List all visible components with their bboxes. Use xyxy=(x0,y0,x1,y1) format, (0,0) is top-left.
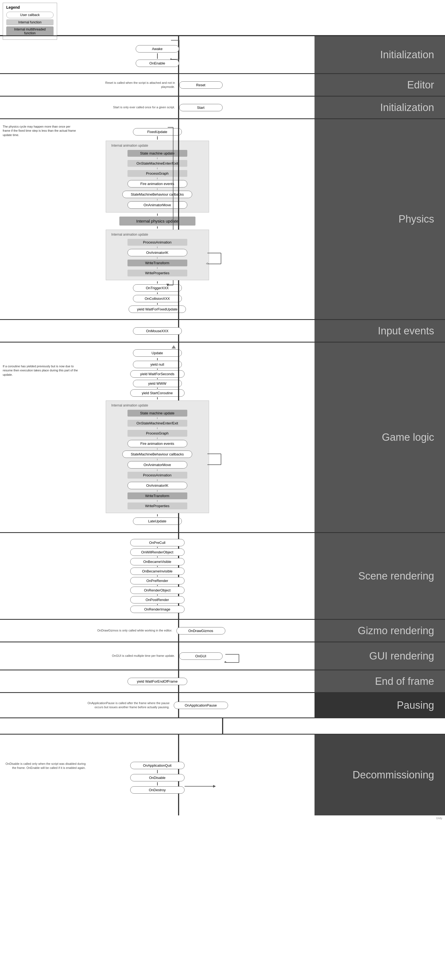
gl-process-graph: ProcessGraph xyxy=(127,430,187,437)
diagram-wrapper: Legend User callback Internal function I… xyxy=(0,0,445,821)
pausing-note: OnApplicationPause is called after the f… xyxy=(87,701,174,710)
gl-fire-anim-events: Fire animation events xyxy=(127,440,187,447)
section-gizmo-label: Gizmo rendering xyxy=(315,620,445,641)
section-eof-label: End of frame xyxy=(315,670,445,692)
section-gizmo-content: OnDrawGizmos is only called while workin… xyxy=(0,620,315,641)
gl-state-machine-update: State machine update xyxy=(127,410,187,417)
node-onapppause: OnApplicationPause xyxy=(174,702,228,709)
gl-writetransform: WriteTransform xyxy=(127,492,187,499)
section-input-content: OnMouseXXX xyxy=(0,320,315,342)
section-editor-content: Reset is called when the script is attac… xyxy=(0,74,315,96)
section-physics-content: The physics cycle may happen more than o… xyxy=(0,119,315,319)
legend-title: Legend xyxy=(6,5,54,10)
decommission-nodes: OnApplicationQuit OnDisable OnDestroy xyxy=(130,761,185,794)
line1 xyxy=(157,136,158,140)
node-reset: Reset xyxy=(179,81,223,89)
gizmo-note: OnDrawGizmos is only called while workin… xyxy=(89,628,176,633)
section-initialization1: Awake OnEnable Initialization xyxy=(0,35,445,73)
gl-onanimator-move: OnAnimatorMove xyxy=(127,461,187,469)
section-gamelogic-content: Update If a coroutine has yielded previo… xyxy=(0,342,315,532)
decommission-note: OnDisable is called only when the script… xyxy=(3,762,90,770)
svg-marker-17 xyxy=(213,785,216,788)
eof-nodes: yield WaitForEndOfFrame xyxy=(127,677,187,686)
copyright: Unity xyxy=(0,815,445,821)
physics-anim-box2: Internal animation update ProcessAnimati… xyxy=(106,230,209,280)
init1-nodes: Awake OnEnable xyxy=(136,45,179,68)
node-onbecameinvisible: OnBecameInvisible xyxy=(130,568,185,575)
node-onrenderobject: OnRenderObject xyxy=(130,587,185,594)
node-onenable: OnEnable xyxy=(136,60,179,67)
init2-nodes: Start xyxy=(179,103,223,112)
node-onrenderimage: OnRenderImage xyxy=(130,606,185,613)
gl-state-machine-cb: StateMachineBehaviour callbacks xyxy=(122,450,192,458)
section-input: OnMouseXXX Input events xyxy=(0,319,445,342)
gl-ik-loop-svg xyxy=(206,450,225,469)
section-eof-content: yield WaitForEndOfFrame xyxy=(0,670,315,692)
legend-internal-function: Internal function xyxy=(6,19,54,25)
node-oncollisionxxx: OnCollisionXXX xyxy=(133,295,182,302)
legend-multithread-function: Internal multithreaded function xyxy=(6,26,54,36)
section-physics: The physics cycle may happen more than o… xyxy=(0,118,445,319)
section-pausing-content: OnApplicationPause is called after the f… xyxy=(0,693,315,718)
ik-loop-svg xyxy=(206,249,225,268)
section-pausing: OnApplicationPause is called after the f… xyxy=(0,692,445,718)
node-update: Update xyxy=(133,349,182,357)
node-ongui: OnGUI xyxy=(179,652,223,660)
svg-marker-15 xyxy=(224,661,227,662)
section-physics-label: Physics xyxy=(315,119,445,319)
node-ondrawgizmos: OnDrawGizmos xyxy=(176,627,225,635)
legend-box: Legend User callback Internal function I… xyxy=(3,3,57,40)
node-yield-waitforseconds: yield WaitForSeconds xyxy=(130,370,185,378)
node-yield-www: yield WWW xyxy=(133,380,182,387)
node-writeproperties-1: WriteProperties xyxy=(127,270,187,277)
init2-note: Start is only ever called once for a giv… xyxy=(92,105,179,109)
section-scene-rendering: OnPreCull OnWillRenderObject OnBecameVis… xyxy=(0,532,445,619)
section-pausing-label: Pausing xyxy=(315,693,445,718)
node-writetransform-1: WriteTransform xyxy=(127,259,187,266)
section-input-label: Input events xyxy=(315,320,445,342)
arrow-line xyxy=(157,53,158,59)
gl-onstate-enter-exit: OnStateMachineEnter/Exit xyxy=(127,420,187,426)
section-gl-label: Game logic xyxy=(315,342,445,532)
node-onpostrender: OnPostRender xyxy=(130,596,185,603)
section-gizmo: OnDrawGizmos is only called while workin… xyxy=(0,619,445,641)
gizmo-nodes: OnDrawGizmos xyxy=(176,626,225,635)
section-scene-content: OnPreCull OnWillRenderObject OnBecameVis… xyxy=(0,533,315,619)
section-initialization2: Start is only ever called once for a giv… xyxy=(0,96,445,118)
node-onbecamevisible: OnBecameVisible xyxy=(130,558,185,565)
gui-note: OnGUI is called multiple time per frame … xyxy=(92,654,179,658)
section-initialization1-content: Awake OnEnable xyxy=(0,36,315,73)
section-game-logic: Update If a coroutine has yielded previo… xyxy=(0,342,445,532)
node-onmousexxx: OnMouseXXX xyxy=(133,327,182,335)
gl-anim-box: Internal animation update State machine … xyxy=(106,401,209,513)
anim-box2-title: Internal animation update xyxy=(111,232,148,236)
section-gui: OnGUI is called multiple time per frame … xyxy=(0,641,445,670)
section-init2-content: Start is only ever called once for a giv… xyxy=(0,97,315,118)
node-yield-eof: yield WaitForEndOfFrame xyxy=(127,678,187,685)
editor-note: Reset is called when the script is attac… xyxy=(92,81,179,89)
section-decommission-content: OnDisable is called only when the script… xyxy=(0,735,315,815)
section-init2-label: Initialization xyxy=(315,97,445,118)
section-gui-label: GUI rendering xyxy=(315,642,445,670)
section-decommission-label: Decommissioning xyxy=(315,735,445,815)
gl-anim-box-title: Internal animation update xyxy=(111,404,148,407)
node-process-animation-1: ProcessAnimation xyxy=(127,239,187,246)
scene-nodes: OnPreCull OnWillRenderObject OnBecameVis… xyxy=(130,538,185,614)
node-onprerender: OnPreRender xyxy=(130,577,185,584)
gl-up-arrow xyxy=(171,345,176,348)
coroutine-note: If a coroutine has yielded previously bu… xyxy=(3,364,79,377)
node-onanimatorik-1: OnAnimatorIK xyxy=(127,249,187,256)
node-awake: Awake xyxy=(136,45,179,52)
node-ondestroy: OnDestroy xyxy=(130,786,185,794)
node-yield-startcoroutine: yield StartCoroutine xyxy=(130,389,185,397)
section-editor: Reset is called when the script is attac… xyxy=(0,73,445,96)
section-scene-label: Scene rendering xyxy=(315,533,445,619)
gl-process-animation: ProcessAnimation xyxy=(127,472,187,479)
gui-loop-svg xyxy=(224,652,243,665)
anim-box1-title: Internal animation update xyxy=(111,144,148,148)
node-internal-physics: Internal physics update xyxy=(119,216,195,226)
node-onapplicationquit: OnApplicationQuit xyxy=(130,762,185,769)
node-start: Start xyxy=(179,104,223,111)
node-lateupdate: LateUpdate xyxy=(133,517,182,525)
node-onwillrender: OnWillRenderObject xyxy=(130,549,185,556)
